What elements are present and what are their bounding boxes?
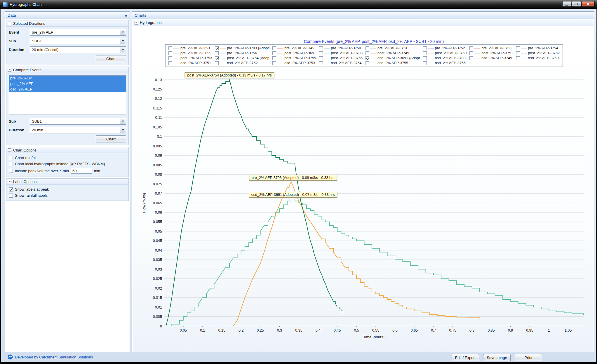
svg-text:0.11: 0.11 xyxy=(155,116,162,120)
compare-sub-combobox[interactable]: SUB1 xyxy=(30,118,126,125)
chart-local-hydrographs-instead-xp-rafts-wbnm-label: Chart local hydrographs instead (XP-RAFT… xyxy=(15,162,105,166)
svg-text:0.09: 0.09 xyxy=(155,154,162,158)
include-peak-volume-over-x-min-input[interactable] xyxy=(71,168,92,174)
duration-combobox[interactable]: 20 min (Critical) xyxy=(30,46,126,53)
chart-region: Compare Events (pre_2% AEP, post_2% AEP,… xyxy=(133,26,593,352)
show-labels-at-peak-label: Show labels at peak xyxy=(15,187,49,191)
svg-text:0.9: 0.9 xyxy=(508,328,513,332)
show-rainfall-labels-row: Show rainfall labels xyxy=(9,193,126,198)
dropdown-arrow-icon[interactable] xyxy=(120,119,126,124)
data-panel-body: − Selected Durations Event pre_2% AEP Su… xyxy=(5,19,130,203)
collapse-section-icon[interactable]: − xyxy=(8,68,11,72)
duration-label: Duration xyxy=(9,48,30,52)
svg-text:0.03: 0.03 xyxy=(155,267,162,271)
svg-text:0.65: 0.65 xyxy=(411,328,418,332)
svg-text:0.35: 0.35 xyxy=(295,328,302,332)
svg-text:0.04: 0.04 xyxy=(155,248,162,252)
svg-text:0.4: 0.4 xyxy=(316,328,321,332)
footer-credit: Developed by Catchment Simulation Soluti… xyxy=(8,354,93,360)
sub-combobox[interactable]: SUB1 xyxy=(30,38,126,44)
svg-text:0.005: 0.005 xyxy=(153,315,162,319)
collapse-section-icon[interactable]: − xyxy=(8,148,11,152)
svg-text:1.05: 1.05 xyxy=(565,328,572,332)
section-selected-durations: − Selected Durations Event pre_2% AEP Su… xyxy=(6,20,129,65)
svg-text:0.6: 0.6 xyxy=(392,328,397,332)
svg-text:0: 0 xyxy=(160,324,162,328)
svg-text:0.045: 0.045 xyxy=(153,239,162,243)
include-peak-volume-over-x-min-row: Include peak volume over X minmin xyxy=(9,168,126,174)
series-pre-2-aep-3703-adopted xyxy=(166,182,480,326)
svg-text:0.05: 0.05 xyxy=(155,229,162,234)
dropdown-arrow-icon[interactable] xyxy=(120,38,126,44)
compare-duration-combobox-value: 20 min xyxy=(32,128,43,132)
show-labels-at-peak-checkbox[interactable] xyxy=(9,187,13,191)
chart-local-hydrographs-instead-xp-rafts-wbnm-checkbox[interactable] xyxy=(9,162,13,166)
collapse-section-icon[interactable]: − xyxy=(8,22,11,25)
chart-peak-tooltip: osd_2% AEP-3691 (Adopted) - 0.07 m3/s - … xyxy=(249,192,337,198)
svg-text:0.45: 0.45 xyxy=(334,328,341,332)
duration-label: Duration xyxy=(9,128,30,132)
charts-panel-header: Charts xyxy=(132,12,594,19)
svg-text:0.12: 0.12 xyxy=(155,97,162,101)
compare-events-item[interactable]: osd_2% AEP xyxy=(9,87,126,92)
hydrographs-section-header: − Hydrographs xyxy=(133,19,593,26)
collapse-section-icon[interactable]: − xyxy=(8,180,11,183)
chart-peak-tooltip: pre_2% AEP-3703 (Adopted) - 0.08 m3/s - … xyxy=(249,175,337,181)
data-panel-title: Data xyxy=(8,13,16,18)
svg-text:0.8: 0.8 xyxy=(469,328,474,332)
collapse-data-panel-button[interactable]: « xyxy=(125,13,127,18)
svg-text:0.015: 0.015 xyxy=(153,296,162,300)
compare-events-list[interactable]: pre_2% AEPpost_2% AEPosd_2% AEP xyxy=(9,75,126,114)
svg-text:0.1: 0.1 xyxy=(157,135,162,139)
section-label-options: − Label Options Show labels at peakShow … xyxy=(6,178,129,201)
dropdown-arrow-icon[interactable] xyxy=(120,47,126,53)
sub-label: Sub xyxy=(9,119,30,123)
svg-text:0.5: 0.5 xyxy=(354,328,359,332)
developer-credit-link[interactable]: Developed by Catchment Simulation Soluti… xyxy=(15,355,93,359)
svg-text:0.1: 0.1 xyxy=(200,328,205,332)
maximize-button[interactable] xyxy=(572,1,581,7)
close-button[interactable] xyxy=(582,1,595,7)
svg-text:0.025: 0.025 xyxy=(153,277,162,281)
show-labels-at-peak-row: Show labels at peak xyxy=(9,187,126,191)
compare-duration-combobox[interactable]: 20 min xyxy=(30,127,126,133)
svg-text:0.85: 0.85 xyxy=(488,328,495,332)
svg-text:0.075: 0.075 xyxy=(153,182,162,186)
section-compare-events: − Compare Events pre_2% AEPpost_2% AEPos… xyxy=(6,67,129,145)
chart-options-title: Chart Options xyxy=(13,148,36,152)
window-title: Hydrographs Chart xyxy=(10,2,42,7)
collapse-section-icon[interactable]: − xyxy=(135,21,138,25)
compare-events-chart-button[interactable]: Chart xyxy=(96,135,126,142)
event-label: Event xyxy=(9,30,30,34)
compare-events-item[interactable]: pre_2% AEP xyxy=(9,76,126,81)
svg-text:0.7: 0.7 xyxy=(431,328,436,332)
chart-options-header: − Chart Options xyxy=(6,147,128,153)
chart-rainfall-checkbox[interactable] xyxy=(9,156,13,160)
label-options-title: Label Options xyxy=(13,180,36,184)
include-peak-volume-over-x-min-label: Include peak volume over X min xyxy=(15,169,69,173)
svg-text:0.08: 0.08 xyxy=(155,173,162,177)
svg-text:0.055: 0.055 xyxy=(153,220,162,224)
footer-buttons: Edit / ExportSave ImagePrint xyxy=(452,354,542,361)
dropdown-arrow-icon[interactable] xyxy=(120,127,126,133)
event-combobox[interactable]: pre_2% AEP xyxy=(30,29,126,36)
edit-export-button[interactable]: Edit / Export xyxy=(452,354,479,361)
svg-text:0.05: 0.05 xyxy=(180,328,187,332)
print-button[interactable]: Print xyxy=(515,354,542,361)
svg-text:0.01: 0.01 xyxy=(155,305,162,309)
sub-combobox-value: SUB1 xyxy=(32,39,42,43)
save-image-button[interactable]: Save Image xyxy=(483,354,511,361)
selected-durations-chart-button[interactable]: Chart xyxy=(96,55,126,62)
svg-text:0.115: 0.115 xyxy=(153,106,162,110)
compare-events-item[interactable]: post_2% AEP xyxy=(9,81,126,87)
window-controls xyxy=(562,1,595,7)
dropdown-arrow-icon[interactable] xyxy=(120,29,126,35)
maximize-icon xyxy=(575,3,578,5)
svg-text:0.95: 0.95 xyxy=(526,328,533,332)
minimize-button[interactable] xyxy=(562,1,571,7)
svg-text:0.105: 0.105 xyxy=(153,125,162,129)
show-rainfall-labels-checkbox[interactable] xyxy=(9,194,13,198)
svg-text:1: 1 xyxy=(548,328,550,332)
include-peak-volume-over-x-min-checkbox[interactable] xyxy=(9,169,13,173)
csoft-logo-icon xyxy=(8,354,13,360)
